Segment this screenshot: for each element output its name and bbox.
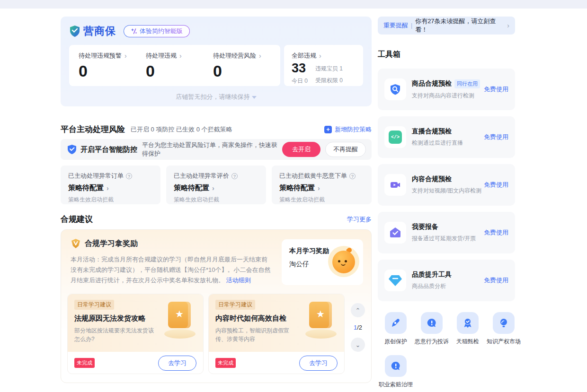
reminder-tag: 重要提醒 [383, 21, 408, 30]
enable-prevention-button[interactable]: 去开启 [282, 142, 320, 157]
risk-card-label: 已主动处理异常订单 [68, 172, 124, 180]
free-use-link[interactable]: 免费使用 [484, 133, 508, 141]
quick-link-claim-governance[interactable]: 职业索赔治理 [378, 355, 414, 389]
stat-label: 待处理违规 [146, 52, 177, 60]
lesson-pager: ⌃ 1/2 ⌄ [349, 303, 366, 352]
tool-title: 直播合规预检 [412, 127, 452, 136]
quick-link-malicious-complaints[interactable]: 恶意行为投诉 [414, 312, 450, 346]
stat-pending-violation[interactable]: 待处理违规› 0 [146, 52, 213, 86]
lesson-card-self-check: 日常学习建议 内容时代如何高效自检 内容预检工，智能识别虚假宣传、涉黄等内容 ★… [208, 294, 345, 374]
free-use-link[interactable]: 免费使用 [484, 181, 508, 189]
chevron-right-icon: › [318, 185, 320, 192]
violations-count: 33 [292, 61, 308, 76]
risk-section-meta: 已开启 0 项防控 已生效 0 个拦截策略 [131, 125, 232, 134]
triangle-down-icon [252, 96, 257, 99]
sparkle-icon [131, 28, 137, 35]
banner-desc: 平台为您主动处置风险订单，商家免操作，快速获得保护 [142, 141, 282, 158]
shield-check-icon [67, 144, 77, 155]
tool-product-compliance-check[interactable]: 商品合规预检 同行在用 支持对商品内容进行检测 免费使用 [378, 69, 515, 110]
score-tagline[interactable]: 店铺暂无扣分，请继续保持 [69, 93, 363, 101]
add-policy-link[interactable]: + 新增防控策略 [324, 125, 372, 134]
risk-card-label: 已主动拦截黄牛恶意下单 [279, 172, 347, 180]
video-icon [384, 174, 406, 196]
question-circle-icon[interactable]: ? [126, 173, 132, 179]
quick-link-original-protection[interactable]: 原创保护 [378, 312, 414, 346]
risk-card-scalper-orders[interactable]: 已主动拦截黄牛恶意下单? 策略待配置› 策略生效启动拦截 [272, 166, 372, 204]
risk-card-abnormal-reviews[interactable]: 已主动处理异常评价? 策略待配置› 策略生效启动拦截 [166, 166, 266, 204]
quick-link-ip-market[interactable]: 知识产权市场 [486, 312, 522, 346]
tool-livestream-compliance-check[interactable]: </> 直播合规预检 检测通过后进行直播 免费使用 [378, 116, 515, 158]
free-use-link[interactable]: 免费使用 [484, 85, 508, 94]
quick-link-tmall-inspection[interactable]: 天猫甄检 [450, 312, 486, 346]
reminder-text: 你有27条未读提醒，请立刻查看！ [415, 17, 507, 34]
risk-card-status: 策略待配置 [68, 183, 104, 192]
peers-using-badge: 同行在用 [454, 79, 480, 88]
question-circle-icon[interactable]: ? [231, 173, 238, 179]
risk-section-title: 平台主动处理风险 [61, 124, 125, 135]
important-reminder-bar[interactable]: 重要提醒 | 你有27条未读提醒，请立刻查看！ › [378, 17, 515, 35]
risk-card-status: 策略待配置 [174, 183, 209, 192]
stat-value: 0 [146, 62, 213, 80]
free-use-link[interactable]: 免费使用 [484, 276, 508, 285]
quick-links-grid: 原创保护 恶意行为投诉 [378, 312, 522, 392]
tool-title: 商品合规预检 [412, 79, 452, 88]
chevron-right-icon: › [107, 185, 109, 192]
quick-link-label: 天猫甄检 [456, 338, 479, 346]
tool-title: 品质提升工具 [412, 270, 452, 279]
free-use-link[interactable]: 免费使用 [484, 228, 508, 237]
mascot-image [328, 246, 359, 277]
tool-desc: 检测通过后进行直播 [412, 139, 484, 147]
plus-icon: + [324, 126, 332, 133]
learn-more-link[interactable]: 学习更多 [347, 215, 372, 224]
go-study-button[interactable]: 去学习 [299, 356, 338, 371]
tool-filing-request[interactable]: 我要报备 报备通过可延期发货/开票 免费使用 [378, 212, 515, 253]
risk-card-label: 已主动处理异常评价 [174, 172, 229, 180]
stat-value: 0 [79, 62, 146, 80]
diamond-icon [384, 270, 406, 291]
violation-items-count: 违规宝贝 1 [315, 65, 343, 73]
all-violations-card[interactable]: 全部违规› 33 今日 0 违规宝贝 1 受限权限 0 [284, 45, 363, 86]
pager-down-button[interactable]: ⌄ [351, 338, 365, 352]
pager-up-button[interactable]: ⌃ [351, 303, 365, 317]
stat-pending-business-risk[interactable]: 待处理经营风险› 0 [213, 52, 280, 86]
toolbox-title: 工具箱 [378, 50, 400, 60]
tool-title: 内容合规预检 [412, 175, 452, 183]
risk-section-header: 平台主动处理风险 已开启 0 项防控 已生效 0 个拦截策略 + 新增防控策略 [61, 124, 372, 135]
risk-card-desc: 策略生效启动拦截 [279, 196, 364, 204]
hero-panel: 营商保 体验简约智能版 待处理违规预警› 0 [61, 17, 372, 106]
chevron-right-icon: › [125, 52, 127, 59]
stat-value: 0 [213, 62, 280, 80]
score-tagline-text: 店铺暂无扣分，请继续保持 [176, 93, 250, 100]
stat-pending-warning[interactable]: 待处理违规预警› 0 [79, 52, 146, 86]
lesson-cards-row: 日常学习建议 法规原因无法发货攻略 部分地区按法规要求无法发货该怎么办? ★ 未… [67, 294, 345, 374]
dismiss-reminder-button[interactable]: 不再提醒 [325, 142, 366, 157]
risk-card-status: 策略待配置 [279, 183, 315, 192]
risk-cards-row: 已主动处理异常订单? 策略待配置› 策略生效启动拦截 已主动处理异常评价? 策略… [61, 166, 372, 204]
question-circle-icon[interactable]: ? [349, 173, 356, 179]
lesson-desc: 部分地区按法规要求无法发货该怎么办? [74, 326, 154, 343]
tool-quality-improvement[interactable]: 品质提升工具 商品品质分析 免费使用 [378, 260, 515, 301]
activity-rules-link[interactable]: 活动细则 [226, 277, 251, 284]
lesson-card-shipping: 日常学习建议 法规原因无法发货攻略 部分地区按法规要求无法发货该怎么办? ★ 未… [67, 294, 204, 374]
page: 营商保 体验简约智能版 待处理违规预警› 0 [0, 0, 587, 392]
stats-row: 待处理违规预警› 0 待处理违规› 0 待处理经营风险› 0 全部违规› [69, 45, 363, 86]
risk-card-abnormal-orders[interactable]: 已主动处理异常订单? 策略待配置› 策略生效启动拦截 [61, 166, 160, 204]
quick-link-label: 知识产权市场 [487, 338, 521, 346]
go-study-button[interactable]: 去学习 [158, 356, 196, 371]
quick-link-label: 职业索赔治理 [379, 381, 413, 389]
top-strip [0, 0, 587, 9]
medal-icon [71, 238, 81, 249]
violations-today: 今日 0 [292, 77, 308, 85]
tool-content-compliance-check[interactable]: 内容合规预检 支持对短视频/图文内容检测 免费使用 [378, 164, 515, 206]
smart-prevention-banner: 开启平台智能防控 平台为您主动处置风险订单，商家免操作，快速获得保护 去开启 不… [61, 139, 372, 160]
tool-desc: 商品品质分析 [412, 282, 484, 290]
pending-stats-card: 待处理违规预警› 0 待处理违规› 0 待处理经营风险› 0 [69, 45, 280, 86]
chevron-right-icon: › [507, 22, 509, 29]
monthly-reward-box: 本月学习奖励 淘公仔 [282, 239, 363, 285]
lesson-desc: 内容预检工，智能识别虚假宣传、涉黄等内容 [215, 326, 295, 343]
chevron-right-icon: › [259, 52, 261, 59]
try-lite-version-button[interactable]: 体验简约智能版 [124, 25, 190, 37]
home-check-icon [384, 222, 406, 244]
banner-title: 开启平台智能防控 [80, 145, 137, 154]
medal-icon [457, 312, 479, 334]
